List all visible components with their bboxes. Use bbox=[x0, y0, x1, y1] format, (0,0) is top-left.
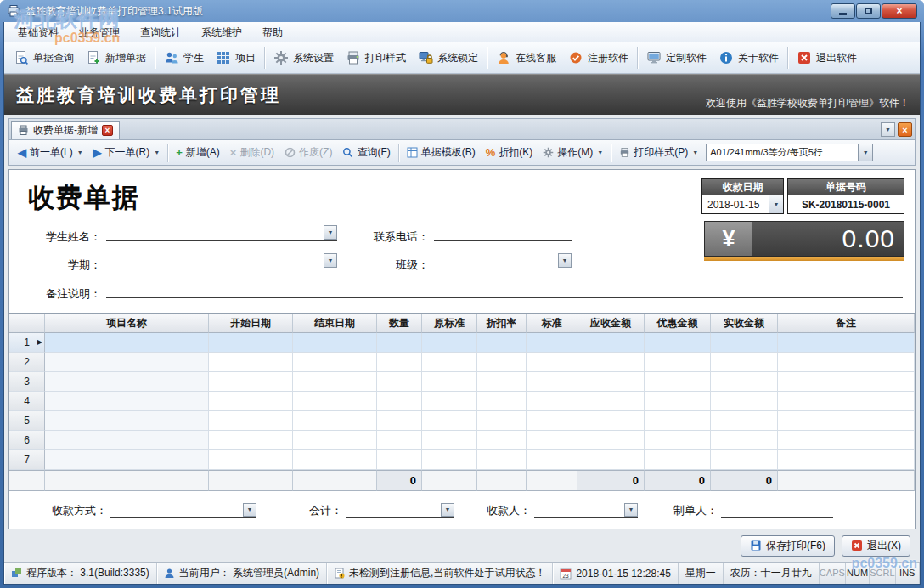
grid-cell[interactable] bbox=[778, 392, 915, 411]
class-input[interactable] bbox=[434, 252, 572, 268]
grid-cell[interactable] bbox=[711, 392, 778, 411]
grid-cell[interactable] bbox=[377, 392, 422, 411]
void-doc-button[interactable]: 作废(Z) bbox=[279, 143, 337, 162]
grid-cell[interactable] bbox=[778, 411, 915, 431]
tab-list-dropdown[interactable]: ▼ bbox=[881, 122, 895, 137]
grid-cell[interactable] bbox=[578, 450, 645, 470]
toolbar-projects[interactable]: 项目 bbox=[210, 46, 262, 70]
accountant-input[interactable] bbox=[346, 502, 454, 517]
grid-cell[interactable] bbox=[209, 411, 293, 431]
grid-cell[interactable] bbox=[645, 392, 711, 411]
grid-cell[interactable] bbox=[293, 372, 377, 392]
grid-cell[interactable] bbox=[645, 411, 711, 431]
grid-cell[interactable] bbox=[377, 333, 422, 353]
grid-cell[interactable] bbox=[578, 392, 645, 411]
discount-button[interactable]: % 折扣(K) bbox=[481, 143, 538, 162]
toolbar-doc-query[interactable]: 单据查询 bbox=[8, 46, 80, 70]
grid-cell[interactable] bbox=[711, 431, 778, 450]
grid-cell[interactable] bbox=[711, 372, 778, 392]
grid-cell[interactable] bbox=[45, 333, 209, 353]
toolbar-settings[interactable]: 系统设置 bbox=[268, 46, 340, 70]
tab-fee-doc-new[interactable]: 收费单据-新增 × bbox=[11, 121, 120, 139]
grid-cell[interactable] bbox=[422, 333, 477, 353]
grid-cell[interactable] bbox=[293, 333, 377, 353]
toolbar-new-doc[interactable]: 新增单据 bbox=[80, 46, 152, 70]
exit-button[interactable]: 退出(X) bbox=[842, 535, 910, 557]
maximize-button[interactable] bbox=[856, 3, 881, 19]
grid-cell[interactable] bbox=[377, 450, 422, 470]
grid-cell[interactable] bbox=[578, 333, 645, 353]
grid-cell[interactable] bbox=[422, 411, 477, 431]
row-number[interactable]: 3 bbox=[9, 372, 45, 392]
toolbar-register[interactable]: 注册软件 bbox=[562, 46, 634, 70]
save-print-button[interactable]: 保存打印(F6) bbox=[741, 535, 835, 557]
grid-cell[interactable] bbox=[711, 450, 778, 470]
term-input[interactable] bbox=[106, 252, 337, 268]
payee-input[interactable] bbox=[534, 502, 638, 517]
grid-cell[interactable] bbox=[778, 333, 915, 353]
row-number[interactable]: 5 bbox=[9, 411, 45, 431]
row-number[interactable]: 7 bbox=[9, 450, 45, 470]
grid-cell[interactable] bbox=[578, 353, 645, 372]
grid-cell[interactable] bbox=[422, 353, 477, 372]
query-button[interactable]: 查询(F) bbox=[337, 143, 395, 162]
menu-query-stats[interactable]: 查询统计 bbox=[130, 23, 191, 42]
grid-cell[interactable] bbox=[527, 333, 578, 353]
row-number[interactable]: 4 bbox=[9, 392, 45, 411]
grid-cell[interactable] bbox=[778, 372, 915, 392]
grid-cell[interactable] bbox=[209, 372, 293, 392]
grid-cell[interactable] bbox=[293, 411, 377, 431]
grid-cell[interactable] bbox=[527, 411, 578, 431]
grid-cell[interactable] bbox=[778, 431, 915, 450]
toolbar-students[interactable]: 学生 bbox=[158, 46, 210, 70]
grid-cell[interactable] bbox=[477, 450, 527, 470]
chevron-down-icon[interactable]: ▼ bbox=[624, 503, 638, 517]
grid-cell[interactable] bbox=[477, 411, 527, 431]
grid-cell[interactable] bbox=[527, 392, 578, 411]
grid-cell[interactable] bbox=[293, 392, 377, 411]
operate-menu-button[interactable]: 操作(M) ▼ bbox=[538, 143, 608, 162]
row-number[interactable]: 1▶ bbox=[9, 333, 45, 353]
grid-cell[interactable] bbox=[377, 431, 422, 450]
grid-cell[interactable] bbox=[645, 431, 711, 450]
chevron-down-icon[interactable]: ▼ bbox=[324, 225, 337, 240]
grid-cell[interactable] bbox=[293, 450, 377, 470]
grid-cell[interactable] bbox=[422, 392, 477, 411]
menu-basic-data[interactable]: 基础资料 bbox=[8, 23, 69, 42]
grid-cell[interactable] bbox=[209, 450, 293, 470]
grid-cell[interactable] bbox=[209, 392, 293, 411]
grid-cell[interactable] bbox=[209, 353, 293, 372]
grid-cell[interactable] bbox=[477, 353, 527, 372]
grid-cell[interactable] bbox=[645, 353, 711, 372]
row-number[interactable]: 6 bbox=[9, 431, 45, 450]
grid-cell[interactable] bbox=[527, 431, 578, 450]
grid-cell[interactable] bbox=[711, 353, 778, 372]
chevron-down-icon[interactable]: ▼ bbox=[558, 253, 572, 268]
grid-cell[interactable] bbox=[477, 333, 527, 353]
grid-cell[interactable] bbox=[778, 450, 915, 470]
grid-cell[interactable] bbox=[477, 431, 527, 450]
chevron-down-icon[interactable]: ▼ bbox=[243, 503, 256, 517]
grid-cell[interactable] bbox=[45, 392, 209, 411]
grid-cell[interactable] bbox=[422, 450, 477, 470]
grid-cell[interactable] bbox=[527, 450, 578, 470]
chevron-down-icon[interactable]: ▼ bbox=[858, 144, 872, 161]
chevron-down-icon[interactable]: ▼ bbox=[441, 503, 454, 517]
grid-cell[interactable] bbox=[377, 411, 422, 431]
grid-cell[interactable] bbox=[293, 353, 377, 372]
grid-cell[interactable] bbox=[711, 333, 778, 353]
maker-input[interactable] bbox=[721, 502, 833, 517]
row-number[interactable]: 2 bbox=[9, 353, 45, 372]
note-input[interactable] bbox=[106, 281, 903, 297]
grid-cell[interactable] bbox=[527, 353, 578, 372]
grid-cell[interactable] bbox=[645, 333, 711, 353]
grid-cell[interactable] bbox=[377, 353, 422, 372]
toolbar-exit[interactable]: 退出软件 bbox=[791, 46, 863, 70]
menu-business[interactable]: 业务管理 bbox=[69, 23, 130, 42]
menu-help[interactable]: 帮助 bbox=[252, 23, 293, 42]
print-style-menu-button[interactable]: 打印样式(P) ▼ bbox=[614, 143, 703, 162]
grid-cell[interactable] bbox=[293, 431, 377, 450]
next-doc-button[interactable]: ▶ 下一单(R) ▼ bbox=[88, 143, 166, 162]
toolbar-lock[interactable]: 系统锁定 bbox=[412, 46, 484, 70]
grid-cell[interactable] bbox=[377, 372, 422, 392]
